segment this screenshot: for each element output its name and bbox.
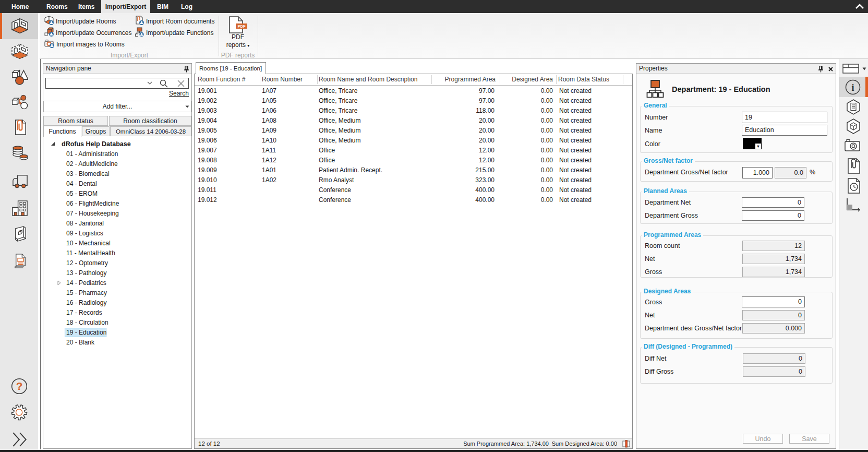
svg-text:i: i xyxy=(851,82,854,93)
svg-text:PDF: PDF xyxy=(238,24,246,29)
svg-text:?: ? xyxy=(16,380,23,392)
